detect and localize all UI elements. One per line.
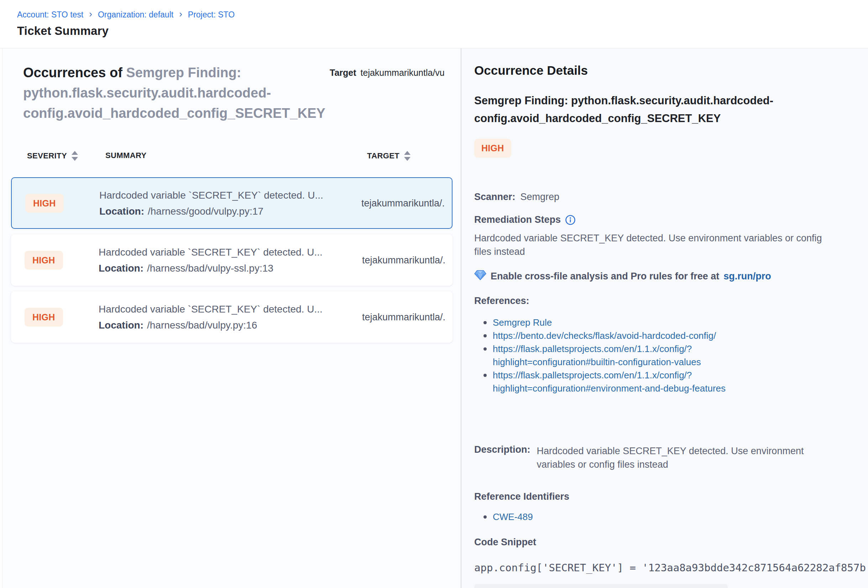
occurrence-row[interactable]: HIGH Hardcoded variable `SECRET_KEY` det… <box>11 177 453 229</box>
promo-text: Enable cross-file analysis and Pro rules… <box>491 271 719 282</box>
occurrences-title: Occurrences of Semgrep Finding: python.f… <box>23 63 374 124</box>
gem-icon <box>474 270 486 283</box>
location-label: Location: <box>99 205 144 217</box>
info-icon[interactable] <box>565 215 576 225</box>
reference-link[interactable]: Semgrep Rule <box>493 317 552 328</box>
occurrence-target: tejakummarikuntla/. <box>362 197 445 209</box>
severity-badge: HIGH <box>25 308 63 326</box>
occurrence-target: tejakummarikuntla/. <box>362 255 446 265</box>
location-label: Location: <box>99 319 143 330</box>
reference-item: Semgrep Rule <box>474 316 745 329</box>
reference-link[interactable]: https://flask.palletsprojects.com/en/1.1… <box>493 343 701 367</box>
breadcrumb-account-link[interactable]: Account: STO test <box>17 10 83 19</box>
reference-identifier-item: CWE-489 <box>474 510 745 523</box>
description-label: Description: <box>474 444 530 471</box>
remediation-steps-label: Remediation Steps <box>474 214 561 225</box>
occurrences-panel: Occurrences of Semgrep Finding: python.f… <box>2 49 461 588</box>
cwe-link[interactable]: CWE-489 <box>493 511 533 522</box>
description-block: Description: Hardcoded variable SECRET_K… <box>474 444 822 471</box>
pro-rules-promo: Enable cross-file analysis and Pro rules… <box>474 270 771 283</box>
references-label: References: <box>474 295 529 307</box>
reference-item: https://flask.palletsprojects.com/en/1.1… <box>474 342 745 369</box>
breadcrumb: Account: STO test › Organization: defaul… <box>17 10 235 19</box>
occurrence-details-panel: Occurrence Details Semgrep Finding: pyth… <box>461 49 868 588</box>
sort-target-icon[interactable] <box>404 151 411 161</box>
target-header-label: Target <box>330 68 356 78</box>
details-title: Occurrence Details <box>474 63 588 78</box>
occurrence-summary-cell: Hardcoded variable `SECRET_KEY` detected… <box>99 246 323 274</box>
occurrence-row[interactable]: HIGH Hardcoded variable `SECRET_KEY` det… <box>11 291 453 343</box>
horizontal-scrollbar-thumb[interactable] <box>474 584 728 588</box>
page-header: Account: STO test › Organization: defaul… <box>0 0 868 49</box>
main-content: Occurrences of Semgrep Finding: python.f… <box>0 49 868 588</box>
occurrences-table-header: SEVERITY SUMMARY TARGET <box>3 151 461 165</box>
occurrence-target: tejakummarikuntla/. <box>362 311 446 323</box>
target-header: Targettejakummarikuntla/vu <box>330 68 445 78</box>
breadcrumb-organization-link[interactable]: Organization: default <box>98 10 173 19</box>
occurrence-summary: Hardcoded variable `SECRET_KEY` detected… <box>99 303 323 315</box>
reference-item: https://flask.palletsprojects.com/en/1.1… <box>474 369 745 395</box>
reference-item: https://bento.dev/checks/flask/avoid-har… <box>474 329 745 342</box>
occurrence-summary: Hardcoded variable `SECRET_KEY` detected… <box>99 246 323 258</box>
location-label: Location: <box>99 262 143 273</box>
reference-link[interactable]: https://bento.dev/checks/flask/avoid-har… <box>493 330 716 341</box>
location-value: /harness/bad/vulpy-ssl.py:13 <box>147 262 273 273</box>
severity-badge: HIGH <box>474 139 511 158</box>
references-list: Semgrep Rule https://bento.dev/checks/fl… <box>474 316 745 395</box>
remediation-steps-header: Remediation Steps <box>474 214 576 225</box>
sg-run-pro-link[interactable]: sg.run/pro <box>723 271 771 282</box>
occurrence-row[interactable]: HIGH Hardcoded variable `SECRET_KEY` det… <box>11 234 453 286</box>
target-header-value: tejakummarikuntla/vu <box>361 68 445 78</box>
occurrence-summary-cell: Hardcoded variable `SECRET_KEY` detected… <box>99 303 323 331</box>
occurrence-summary: Hardcoded variable `SECRET_KEY` detected… <box>99 189 323 201</box>
sort-severity-icon[interactable] <box>71 151 78 161</box>
code-snippet: app.config['SECRET_KEY'] = '123aa8a93bdd… <box>474 561 868 574</box>
code-snippet-label: Code Snippet <box>474 537 536 548</box>
breadcrumb-project-link[interactable]: Project: STO <box>188 10 235 19</box>
scanner-value: Semgrep <box>521 192 559 202</box>
scanner-line: Scanner:Semgrep <box>474 192 559 202</box>
page-title: Ticket Summary <box>17 24 109 38</box>
scanner-label: Scanner: <box>474 192 515 202</box>
column-header-severity: SEVERITY <box>27 151 67 161</box>
severity-badge: HIGH <box>25 251 63 270</box>
occurrence-summary-cell: Hardcoded variable `SECRET_KEY` detected… <box>99 189 323 217</box>
reference-link[interactable]: https://flask.palletsprojects.com/en/1.1… <box>493 370 726 393</box>
reference-identifiers-label: Reference Identifiers <box>474 491 569 502</box>
reference-identifiers-list: CWE-489 <box>474 510 745 523</box>
column-header-target: TARGET <box>367 151 400 161</box>
column-header-summary: SUMMARY <box>105 151 147 160</box>
occurrences-table-body: HIGH Hardcoded variable `SECRET_KEY` det… <box>11 177 453 343</box>
occurrences-title-prefix: Occurrences of <box>23 65 123 80</box>
chevron-right-icon: › <box>179 10 182 18</box>
remediation-text: Hardcoded variable SECRET_KEY detected. … <box>474 231 837 258</box>
location-value: /harness/good/vulpy.py:17 <box>148 205 263 217</box>
chevron-right-icon: › <box>89 10 92 18</box>
location-value: /harness/bad/vulpy.py:16 <box>147 319 257 330</box>
description-text: Hardcoded variable SECRET_KEY detected. … <box>537 444 822 471</box>
severity-badge: HIGH <box>25 194 64 212</box>
finding-title: Semgrep Finding: python.flask.security.a… <box>474 92 811 127</box>
